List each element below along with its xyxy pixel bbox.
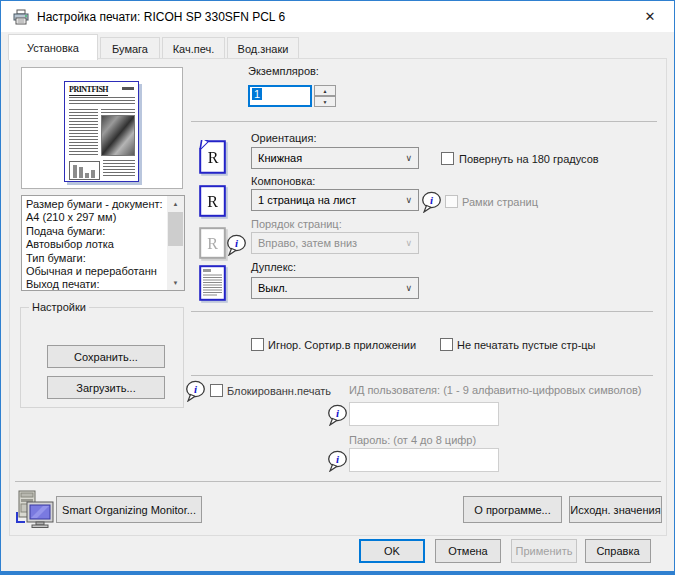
apply-button: Применить bbox=[511, 539, 577, 563]
copies-increment-icon[interactable]: ▲ bbox=[314, 85, 336, 96]
scroll-down-icon[interactable]: ▼ bbox=[167, 275, 184, 290]
preview-page-thumbnail: PRINTFISH bbox=[64, 81, 139, 182]
preview-text-column-left bbox=[69, 109, 98, 157]
page-order-select: Вправо, затем вниз ∨ bbox=[251, 232, 419, 254]
info-balloon-icon: i bbox=[327, 450, 348, 472]
separator bbox=[191, 121, 657, 122]
rotate-180-checkbox[interactable] bbox=[441, 152, 454, 165]
page-order-icon-disabled: R bbox=[199, 227, 226, 259]
duplex-label: Дуплекс: bbox=[251, 261, 296, 273]
ignore-collate-checkbox[interactable] bbox=[251, 338, 264, 351]
locked-print-checkbox[interactable] bbox=[210, 384, 223, 397]
svg-text:R: R bbox=[208, 149, 219, 166]
svg-text:R: R bbox=[207, 193, 218, 210]
password-input bbox=[349, 448, 499, 472]
preview-masthead: PRINTFISH bbox=[69, 85, 108, 96]
titlebar: Настройка печати: RICOH SP 330SFN PCL 6 … bbox=[1, 1, 674, 32]
cancel-button[interactable]: Отмена bbox=[435, 539, 501, 563]
info-balloon-icon: i bbox=[185, 380, 206, 402]
copies-value: 1 bbox=[252, 88, 262, 100]
copies-label: Экземпляров: bbox=[248, 65, 319, 77]
smart-organizing-monitor-icon bbox=[15, 490, 57, 528]
tab-paper-label: Бумага bbox=[112, 43, 148, 55]
document-settings-summary[interactable]: Размер бумаги - документ: A4 (210 x 297 … bbox=[21, 195, 185, 291]
scrollbar-thumb[interactable] bbox=[168, 212, 183, 246]
user-id-label: ИД пользователя: (1 - 9 алфавитно-цифров… bbox=[349, 384, 642, 396]
skip-blank-pages-checkbox[interactable] bbox=[440, 338, 453, 351]
tab-watermarks-label: Вод.знаки bbox=[238, 43, 289, 55]
preview-text-column-right bbox=[103, 160, 135, 178]
copies-decrement-icon[interactable]: ▼ bbox=[314, 96, 336, 107]
page-borders-label: Рамки страниц bbox=[462, 196, 538, 208]
tab-watermarks[interactable]: Вод.знаки bbox=[227, 37, 299, 60]
help-button[interactable]: Справка bbox=[585, 539, 651, 563]
preview-text-block bbox=[69, 97, 135, 106]
skip-blank-pages-label: Не печатать пустые стр-цы bbox=[457, 339, 596, 351]
user-id-input bbox=[349, 402, 499, 426]
summary-scrollbar[interactable]: ▲ ▼ bbox=[167, 196, 184, 290]
chevron-down-icon: ∨ bbox=[405, 195, 412, 205]
rotate-180-label: Повернуть на 180 градусов bbox=[459, 153, 599, 165]
svg-text:R: R bbox=[207, 235, 218, 252]
print-preferences-dialog: Настройка печати: RICOH SP 330SFN PCL 6 … bbox=[0, 0, 675, 575]
page-order-label: Порядок страниц: bbox=[251, 218, 342, 230]
preview-bar-chart bbox=[69, 161, 100, 180]
print-preview-panel: PRINTFISH bbox=[21, 67, 183, 189]
tab-setup[interactable]: Установка bbox=[8, 34, 98, 60]
smart-organizing-monitor-button[interactable]: Smart Organizing Monitor... bbox=[56, 496, 202, 523]
settings-group-title: Настройки bbox=[29, 301, 89, 313]
copies-input[interactable]: 1 bbox=[248, 85, 312, 107]
info-balloon-icon: i bbox=[421, 191, 442, 213]
orientation-value: Книжная bbox=[258, 152, 302, 164]
separator bbox=[191, 375, 653, 376]
chevron-down-icon: ∨ bbox=[405, 283, 412, 293]
layout-label: Компоновка: bbox=[251, 175, 315, 187]
layout-select[interactable]: 1 страница на лист ∨ bbox=[251, 189, 419, 211]
preview-masthead-date bbox=[122, 87, 134, 90]
duplex-select[interactable]: Выкл. ∨ bbox=[251, 277, 419, 299]
orientation-label: Ориентация: bbox=[251, 132, 317, 144]
tab-setup-label: Установка bbox=[27, 42, 79, 54]
duplex-document-icon bbox=[199, 265, 226, 301]
duplex-value: Выкл. bbox=[258, 282, 288, 294]
preview-text-above-photo bbox=[101, 109, 135, 114]
ok-button[interactable]: OK bbox=[359, 539, 425, 563]
page-order-value: Вправо, затем вниз bbox=[258, 237, 357, 249]
orientation-select[interactable]: Книжная ∨ bbox=[251, 147, 419, 169]
layout-page-icon: R bbox=[199, 185, 226, 217]
orientation-portrait-icon: R bbox=[199, 140, 226, 174]
password-label: Пароль: (от 4 до 8 цифр) bbox=[349, 434, 476, 446]
window-title: Настройка печати: RICOH SP 330SFN PCL 6 bbox=[37, 10, 285, 24]
separator bbox=[15, 481, 661, 482]
settings-group: Настройки Сохранить... Загрузить... bbox=[20, 307, 184, 408]
info-balloon-icon: i bbox=[226, 234, 247, 256]
locked-print-label: Блокированн.печать bbox=[227, 385, 331, 397]
restore-defaults-button[interactable]: Исходн. значения bbox=[569, 496, 662, 523]
save-settings-button[interactable]: Сохранить... bbox=[47, 345, 165, 368]
preview-photo bbox=[101, 115, 135, 156]
printer-icon bbox=[13, 9, 29, 25]
info-balloon-icon: i bbox=[327, 404, 348, 426]
separator bbox=[191, 311, 653, 312]
tab-print-quality[interactable]: Кач.печ. bbox=[162, 37, 225, 60]
chevron-down-icon: ∨ bbox=[405, 153, 412, 163]
close-button[interactable]: ✕ bbox=[634, 4, 666, 29]
document-settings-text: Размер бумаги - документ: A4 (210 x 297 … bbox=[26, 198, 164, 291]
ignore-collate-label: Игнор. Сортир.в приложении bbox=[268, 339, 416, 351]
about-button[interactable]: О программе... bbox=[463, 496, 562, 523]
layout-value: 1 страница на лист bbox=[258, 194, 356, 206]
load-settings-button[interactable]: Загрузить... bbox=[47, 376, 165, 399]
tab-print-quality-label: Кач.печ. bbox=[173, 43, 215, 55]
scroll-up-icon[interactable]: ▲ bbox=[167, 196, 184, 211]
chevron-down-icon: ∨ bbox=[405, 238, 412, 248]
tab-paper[interactable]: Бумага bbox=[100, 37, 160, 60]
page-borders-checkbox bbox=[445, 195, 458, 208]
